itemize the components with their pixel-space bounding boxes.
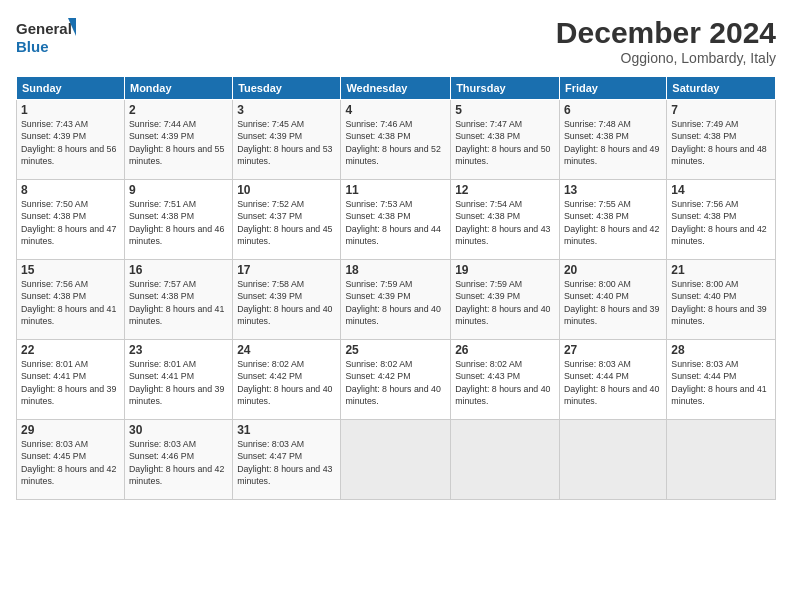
day-info: Sunrise: 8:00 AMSunset: 4:40 PMDaylight:… [671,279,766,326]
table-row: 17 Sunrise: 7:58 AMSunset: 4:39 PMDaylig… [233,260,341,340]
table-row [559,420,666,500]
day-number: 3 [237,103,336,117]
day-number: 20 [564,263,662,277]
day-info: Sunrise: 7:59 AMSunset: 4:39 PMDaylight:… [345,279,440,326]
day-number: 25 [345,343,446,357]
day-number: 31 [237,423,336,437]
col-friday: Friday [559,77,666,100]
table-row: 31 Sunrise: 8:03 AMSunset: 4:47 PMDaylig… [233,420,341,500]
col-saturday: Saturday [667,77,776,100]
day-info: Sunrise: 8:03 AMSunset: 4:44 PMDaylight:… [671,359,766,406]
day-number: 10 [237,183,336,197]
day-number: 26 [455,343,555,357]
day-info: Sunrise: 7:58 AMSunset: 4:39 PMDaylight:… [237,279,332,326]
page: General Blue December 2024 Oggiono, Lomb… [0,0,792,612]
day-info: Sunrise: 8:02 AMSunset: 4:43 PMDaylight:… [455,359,550,406]
table-row: 20 Sunrise: 8:00 AMSunset: 4:40 PMDaylig… [559,260,666,340]
day-info: Sunrise: 7:45 AMSunset: 4:39 PMDaylight:… [237,119,332,166]
table-row: 11 Sunrise: 7:53 AMSunset: 4:38 PMDaylig… [341,180,451,260]
header: General Blue December 2024 Oggiono, Lomb… [16,16,776,66]
day-number: 2 [129,103,228,117]
day-info: Sunrise: 8:01 AMSunset: 4:41 PMDaylight:… [129,359,224,406]
calendar-row: 15 Sunrise: 7:56 AMSunset: 4:38 PMDaylig… [17,260,776,340]
day-number: 27 [564,343,662,357]
day-info: Sunrise: 7:49 AMSunset: 4:38 PMDaylight:… [671,119,766,166]
day-number: 5 [455,103,555,117]
table-row: 3 Sunrise: 7:45 AMSunset: 4:39 PMDayligh… [233,100,341,180]
day-number: 28 [671,343,771,357]
table-row: 28 Sunrise: 8:03 AMSunset: 4:44 PMDaylig… [667,340,776,420]
day-number: 22 [21,343,120,357]
day-info: Sunrise: 7:56 AMSunset: 4:38 PMDaylight:… [671,199,766,246]
calendar-row: 29 Sunrise: 8:03 AMSunset: 4:45 PMDaylig… [17,420,776,500]
main-title: December 2024 [556,16,776,50]
calendar-row: 1 Sunrise: 7:43 AMSunset: 4:39 PMDayligh… [17,100,776,180]
table-row: 18 Sunrise: 7:59 AMSunset: 4:39 PMDaylig… [341,260,451,340]
col-tuesday: Tuesday [233,77,341,100]
day-number: 6 [564,103,662,117]
table-row: 12 Sunrise: 7:54 AMSunset: 4:38 PMDaylig… [451,180,560,260]
table-row: 30 Sunrise: 8:03 AMSunset: 4:46 PMDaylig… [124,420,232,500]
day-number: 8 [21,183,120,197]
day-info: Sunrise: 7:53 AMSunset: 4:38 PMDaylight:… [345,199,440,246]
subtitle: Oggiono, Lombardy, Italy [556,50,776,66]
day-number: 18 [345,263,446,277]
day-info: Sunrise: 7:57 AMSunset: 4:38 PMDaylight:… [129,279,224,326]
day-info: Sunrise: 7:47 AMSunset: 4:38 PMDaylight:… [455,119,550,166]
day-number: 23 [129,343,228,357]
table-row: 19 Sunrise: 7:59 AMSunset: 4:39 PMDaylig… [451,260,560,340]
col-sunday: Sunday [17,77,125,100]
day-number: 29 [21,423,120,437]
table-row: 1 Sunrise: 7:43 AMSunset: 4:39 PMDayligh… [17,100,125,180]
table-row: 21 Sunrise: 8:00 AMSunset: 4:40 PMDaylig… [667,260,776,340]
table-row: 22 Sunrise: 8:01 AMSunset: 4:41 PMDaylig… [17,340,125,420]
day-number: 14 [671,183,771,197]
day-number: 12 [455,183,555,197]
day-info: Sunrise: 8:03 AMSunset: 4:45 PMDaylight:… [21,439,116,486]
day-info: Sunrise: 7:44 AMSunset: 4:39 PMDaylight:… [129,119,224,166]
day-info: Sunrise: 7:50 AMSunset: 4:38 PMDaylight:… [21,199,116,246]
table-row: 8 Sunrise: 7:50 AMSunset: 4:38 PMDayligh… [17,180,125,260]
day-info: Sunrise: 8:02 AMSunset: 4:42 PMDaylight:… [237,359,332,406]
day-info: Sunrise: 8:00 AMSunset: 4:40 PMDaylight:… [564,279,659,326]
title-block: December 2024 Oggiono, Lombardy, Italy [556,16,776,66]
calendar: Sunday Monday Tuesday Wednesday Thursday… [16,76,776,500]
day-info: Sunrise: 8:03 AMSunset: 4:44 PMDaylight:… [564,359,659,406]
table-row: 23 Sunrise: 8:01 AMSunset: 4:41 PMDaylig… [124,340,232,420]
table-row: 2 Sunrise: 7:44 AMSunset: 4:39 PMDayligh… [124,100,232,180]
day-info: Sunrise: 7:59 AMSunset: 4:39 PMDaylight:… [455,279,550,326]
table-row: 24 Sunrise: 8:02 AMSunset: 4:42 PMDaylig… [233,340,341,420]
table-row [667,420,776,500]
col-thursday: Thursday [451,77,560,100]
table-row: 16 Sunrise: 7:57 AMSunset: 4:38 PMDaylig… [124,260,232,340]
day-number: 17 [237,263,336,277]
logo: General Blue [16,16,76,58]
col-wednesday: Wednesday [341,77,451,100]
calendar-row: 22 Sunrise: 8:01 AMSunset: 4:41 PMDaylig… [17,340,776,420]
day-info: Sunrise: 8:03 AMSunset: 4:46 PMDaylight:… [129,439,224,486]
calendar-row: 8 Sunrise: 7:50 AMSunset: 4:38 PMDayligh… [17,180,776,260]
day-info: Sunrise: 7:43 AMSunset: 4:39 PMDaylight:… [21,119,116,166]
day-number: 30 [129,423,228,437]
table-row: 6 Sunrise: 7:48 AMSunset: 4:38 PMDayligh… [559,100,666,180]
table-row: 4 Sunrise: 7:46 AMSunset: 4:38 PMDayligh… [341,100,451,180]
logo-svg: General Blue [16,16,76,58]
table-row: 7 Sunrise: 7:49 AMSunset: 4:38 PMDayligh… [667,100,776,180]
day-number: 21 [671,263,771,277]
day-info: Sunrise: 8:01 AMSunset: 4:41 PMDaylight:… [21,359,116,406]
day-info: Sunrise: 7:48 AMSunset: 4:38 PMDaylight:… [564,119,659,166]
table-row: 5 Sunrise: 7:47 AMSunset: 4:38 PMDayligh… [451,100,560,180]
day-number: 4 [345,103,446,117]
table-row: 25 Sunrise: 8:02 AMSunset: 4:42 PMDaylig… [341,340,451,420]
day-number: 24 [237,343,336,357]
header-row: Sunday Monday Tuesday Wednesday Thursday… [17,77,776,100]
table-row: 13 Sunrise: 7:55 AMSunset: 4:38 PMDaylig… [559,180,666,260]
table-row: 27 Sunrise: 8:03 AMSunset: 4:44 PMDaylig… [559,340,666,420]
day-number: 9 [129,183,228,197]
table-row: 15 Sunrise: 7:56 AMSunset: 4:38 PMDaylig… [17,260,125,340]
day-number: 16 [129,263,228,277]
day-info: Sunrise: 7:51 AMSunset: 4:38 PMDaylight:… [129,199,224,246]
svg-text:Blue: Blue [16,38,49,55]
day-number: 13 [564,183,662,197]
day-number: 19 [455,263,555,277]
